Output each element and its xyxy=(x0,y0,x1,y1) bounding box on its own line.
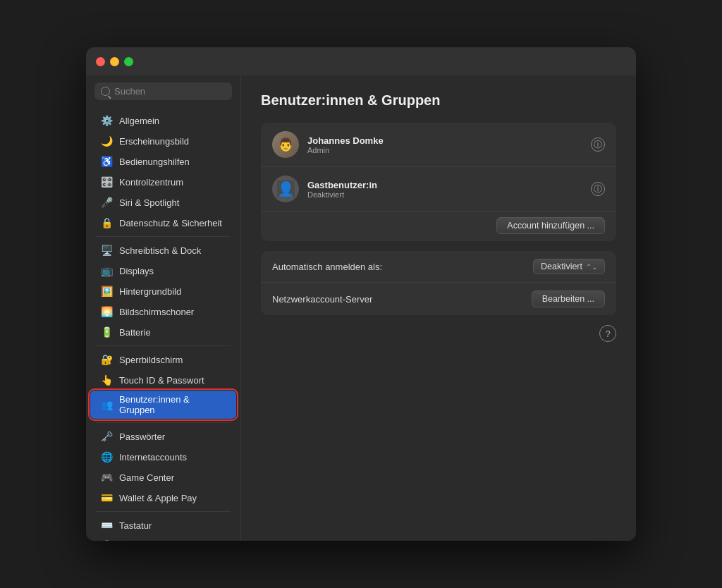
network-account-row: Netzwerkaccount-Server Bearbeiten ... xyxy=(261,283,616,315)
user-info-button-gast[interactable]: ⓘ xyxy=(591,182,605,196)
chevron-down-icon: ⌃⌄ xyxy=(586,263,597,271)
sidebar-item-siri-spotlight[interactable]: 🎤 Siri & Spotlight xyxy=(90,192,236,212)
content-area: ⚙️ Allgemein 🌙 Erscheinungsbild ♿ Bedien… xyxy=(86,75,636,541)
search-icon xyxy=(101,87,110,96)
user-name-johannes: Johannes Domke xyxy=(307,135,582,146)
add-account-button[interactable]: Account hinzufügen ... xyxy=(496,217,605,234)
datenschutz-icon: 🔒 xyxy=(100,216,113,229)
sidebar-item-passwoerter[interactable]: 🗝️ Passwörter xyxy=(90,427,236,446)
sperrbildschirm-icon: 🔐 xyxy=(100,353,113,366)
page-title: Benutzer:innen & Gruppen xyxy=(261,92,616,109)
user-info-gast: Gastbenutzer:in Deaktiviert xyxy=(307,180,582,199)
main-panel: Benutzer:innen & Gruppen 👨 Johannes Domk… xyxy=(241,75,636,541)
sidebar-item-bedienungshilfen[interactable]: ♿ Bedienungshilfen xyxy=(90,152,236,171)
user-name-gast: Gastbenutzer:in xyxy=(307,180,582,190)
sidebar-item-kontrollzentrum[interactable]: 🎛️ Kontrollzentrum xyxy=(90,172,236,192)
user-row-johannes: 👨 Johannes Domke Admin ⓘ xyxy=(261,123,616,167)
divider-1 xyxy=(96,236,231,237)
help-button[interactable]: ? xyxy=(599,325,616,342)
auto-login-row: Automatisch anmelden als: Deaktiviert ⌃⌄ xyxy=(261,251,616,283)
user-row-gast: 👤 Gastbenutzer:in Deaktiviert ⓘ xyxy=(261,167,616,212)
sidebar-item-benutzer[interactable]: 👥 Benutzer:innen & Gruppen xyxy=(90,391,236,419)
sidebar-list: ⚙️ Allgemein 🌙 Erscheinungsbild ♿ Bedien… xyxy=(86,107,240,541)
sidebar-item-tastatur[interactable]: ⌨️ Tastatur xyxy=(90,515,236,535)
avatar-photo-gast: 👤 xyxy=(277,180,295,197)
maus-icon: 🖱️ xyxy=(100,539,113,541)
displays-icon: 📺 xyxy=(100,264,113,277)
sidebar-item-gamecenter[interactable]: 🎮 Game Center xyxy=(90,467,236,487)
sidebar-item-displays[interactable]: 📺 Displays xyxy=(90,261,236,281)
avatar-photo-johannes: 👨 xyxy=(272,131,299,158)
users-card: 👨 Johannes Domke Admin ⓘ 👤 Gastbenutzer:… xyxy=(261,123,616,241)
title-bar xyxy=(86,47,636,75)
sidebar-item-sperrbildschirm[interactable]: 🔐 Sperrbildschirm xyxy=(90,350,236,369)
auto-login-value: Deaktiviert ⌃⌄ xyxy=(533,259,605,274)
sidebar-item-maus[interactable]: 🖱️ Maus xyxy=(90,536,236,541)
auto-login-dropdown[interactable]: Deaktiviert ⌃⌄ xyxy=(533,259,605,274)
batterie-icon: 🔋 xyxy=(100,326,113,338)
allgemein-icon: ⚙️ xyxy=(100,114,113,127)
schreibtisch-icon: 🖥️ xyxy=(100,244,113,257)
passwoerter-icon: 🗝️ xyxy=(100,430,113,443)
gamecenter-icon: 🎮 xyxy=(100,471,113,484)
sidebar-item-internetaccounts[interactable]: 🌐 Internetaccounts xyxy=(90,447,236,467)
sidebar-item-schreibtisch[interactable]: 🖥️ Schreibtisch & Dock xyxy=(90,240,236,260)
close-button[interactable] xyxy=(96,57,105,66)
hintergrundbild-icon: 🖼️ xyxy=(100,285,113,298)
wallet-icon: 💳 xyxy=(100,491,113,504)
user-role-gast: Deaktiviert xyxy=(307,190,582,199)
sidebar-item-allgemein[interactable]: ⚙️ Allgemein xyxy=(90,111,236,130)
main-window: ⚙️ Allgemein 🌙 Erscheinungsbild ♿ Bedien… xyxy=(86,47,636,541)
sidebar: ⚙️ Allgemein 🌙 Erscheinungsbild ♿ Bedien… xyxy=(86,75,241,541)
sidebar-item-bildschirmschoner[interactable]: 🌅 Bildschirmschoner xyxy=(90,302,236,321)
tastatur-icon: ⌨️ xyxy=(100,519,113,532)
divider-2 xyxy=(96,345,231,346)
sidebar-item-touchid[interactable]: 👆 Touch ID & Passwort xyxy=(90,370,236,390)
avatar-gast: 👤 xyxy=(272,176,299,202)
search-box[interactable] xyxy=(94,82,232,100)
sidebar-item-hintergrundbild[interactable]: 🖼️ Hintergrundbild xyxy=(90,281,236,301)
traffic-lights xyxy=(96,57,133,66)
siri-icon: 🎤 xyxy=(100,196,113,209)
network-account-value: Bearbeiten ... xyxy=(532,290,605,307)
divider-3 xyxy=(96,422,231,423)
network-account-label: Netzwerkaccount-Server xyxy=(272,294,372,305)
internetaccounts-icon: 🌐 xyxy=(100,451,113,463)
search-input[interactable] xyxy=(114,86,226,97)
avatar-johannes: 👨 xyxy=(272,131,299,158)
benutzer-icon: 👥 xyxy=(100,398,113,411)
user-role-johannes: Admin xyxy=(307,146,582,154)
sidebar-item-wallet[interactable]: 💳 Wallet & Apple Pay xyxy=(90,488,236,508)
sidebar-item-batterie[interactable]: 🔋 Batterie xyxy=(90,322,236,342)
divider-4 xyxy=(96,511,231,512)
kontrollzentrum-icon: 🎛️ xyxy=(100,176,113,188)
settings-card: Automatisch anmelden als: Deaktiviert ⌃⌄… xyxy=(261,251,616,315)
maximize-button[interactable] xyxy=(124,57,133,66)
add-account-row: Account hinzufügen ... xyxy=(261,212,616,241)
bildschirmschoner-icon: 🌅 xyxy=(100,305,113,318)
erscheinungsbild-icon: 🌙 xyxy=(100,135,113,147)
auto-login-label: Automatisch anmelden als: xyxy=(272,262,382,272)
touchid-icon: 👆 xyxy=(100,374,113,386)
bedienungshilfen-icon: ♿ xyxy=(100,155,113,168)
sidebar-item-datenschutz[interactable]: 🔒 Datenschutz & Sicherheit xyxy=(90,213,236,233)
sidebar-item-erscheinungsbild[interactable]: 🌙 Erscheinungsbild xyxy=(90,131,236,151)
user-info-button-johannes[interactable]: ⓘ xyxy=(591,137,605,152)
minimize-button[interactable] xyxy=(110,57,119,66)
user-info-johannes: Johannes Domke Admin xyxy=(307,135,582,154)
network-account-button[interactable]: Bearbeiten ... xyxy=(532,290,605,307)
